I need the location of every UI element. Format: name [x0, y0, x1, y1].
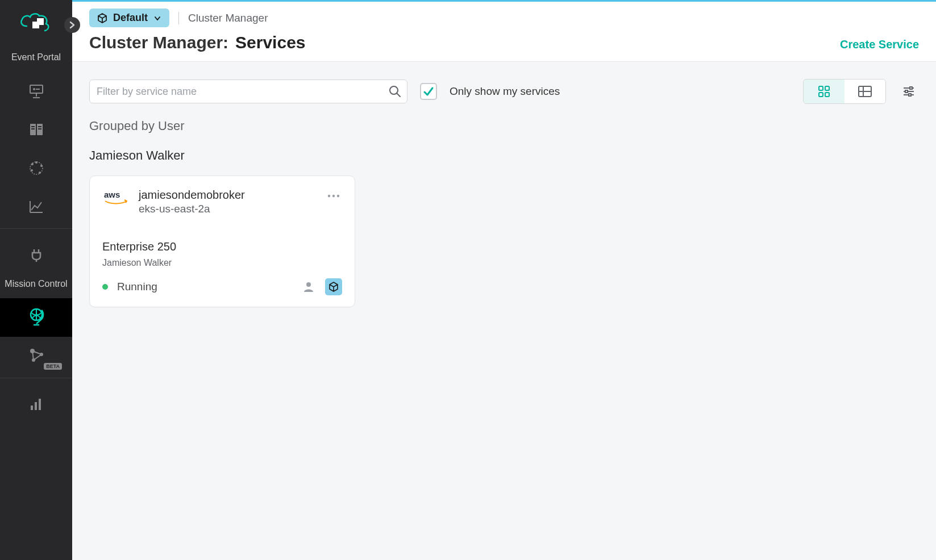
plug-icon — [27, 246, 45, 264]
globe-dots-icon — [27, 159, 45, 177]
toolbar: Only show my services — [89, 79, 919, 104]
svg-rect-7 — [38, 126, 41, 127]
search-button[interactable] — [387, 83, 403, 99]
sidebar-item-insights[interactable] — [0, 187, 72, 226]
svg-rect-8 — [31, 128, 35, 129]
line-chart-icon — [27, 198, 45, 216]
svg-point-34 — [332, 195, 335, 197]
service-cube-button[interactable] — [325, 278, 342, 295]
svg-point-35 — [337, 195, 339, 197]
search-wrapper — [89, 80, 407, 103]
breadcrumb[interactable]: Cluster Manager — [188, 12, 268, 24]
svg-rect-30 — [905, 90, 908, 93]
svg-rect-26 — [819, 93, 823, 97]
cube-icon — [328, 282, 339, 292]
sidebar-item-catalog[interactable] — [0, 110, 72, 149]
create-service-button[interactable]: Create Service — [840, 38, 919, 51]
header: Default Cluster Manager Cluster Manager:… — [72, 2, 936, 61]
beta-badge: BETA — [44, 363, 62, 370]
aws-logo: aws — [102, 187, 130, 206]
svg-point-15 — [31, 163, 34, 165]
bar-chart-icon — [27, 395, 45, 413]
sidebar-section-mission-control: Mission Control — [0, 279, 72, 289]
service-owner: Jamieson Walker — [102, 258, 342, 268]
user-icon — [302, 281, 315, 293]
svg-point-12 — [40, 165, 43, 167]
check-icon — [423, 86, 434, 97]
svg-point-33 — [328, 195, 330, 197]
service-card-menu-button[interactable] — [325, 187, 342, 202]
content-area: Only show my services — [72, 61, 936, 324]
only-my-services-checkbox[interactable] — [420, 83, 437, 100]
workspace-selector[interactable]: Default — [89, 9, 169, 27]
sidebar-section-event-portal: Event Portal — [0, 52, 72, 62]
svg-rect-25 — [825, 86, 829, 90]
svg-point-14 — [31, 169, 33, 172]
svg-rect-27 — [825, 93, 829, 97]
svg-rect-9 — [38, 128, 41, 129]
svg-text:aws: aws — [104, 190, 120, 199]
filter-settings-button[interactable] — [898, 81, 919, 102]
grid-icon — [818, 85, 830, 98]
svg-point-11 — [35, 161, 38, 164]
presentation-icon — [27, 82, 45, 100]
main-content: Default Cluster Manager Cluster Manager:… — [72, 0, 936, 560]
grouping-label: Grouped by User — [89, 119, 919, 133]
page-title-main: Services — [235, 33, 305, 52]
grid-view-button[interactable] — [804, 80, 845, 103]
service-card[interactable]: aws jamiesondemobroker eks-us-east-2a — [89, 175, 355, 307]
sidebar-divider-2 — [0, 378, 72, 378]
service-region: eks-us-east-2a — [139, 202, 316, 216]
page-title-prefix: Cluster Manager: — [89, 33, 228, 52]
svg-point-3 — [33, 88, 35, 90]
globe-stand-icon — [27, 307, 46, 328]
chevron-right-icon — [68, 21, 76, 29]
sidebar-item-integrations[interactable] — [0, 236, 72, 274]
user-group-header: Jamieson Walker — [89, 148, 919, 163]
service-users-button[interactable] — [300, 278, 317, 295]
sidebar-item-cluster-manager[interactable] — [0, 298, 72, 337]
search-input[interactable] — [89, 80, 407, 103]
view-toggle — [803, 79, 886, 104]
only-my-services-label: Only show my services — [450, 85, 791, 98]
svg-point-36 — [306, 282, 311, 287]
books-icon — [27, 120, 45, 139]
sidebar-expand-toggle[interactable] — [64, 17, 80, 33]
svg-rect-1 — [37, 18, 44, 25]
app-logo — [16, 10, 56, 39]
status-text: Running — [117, 281, 157, 293]
cube-icon — [97, 13, 107, 23]
svg-rect-31 — [909, 94, 911, 96]
svg-point-13 — [39, 172, 41, 174]
sidebar-item-designer[interactable] — [0, 72, 72, 110]
more-horizontal-icon — [327, 194, 340, 198]
svg-rect-24 — [819, 86, 823, 90]
service-plan: Enterprise 250 — [102, 240, 342, 253]
chevron-down-icon — [153, 14, 161, 22]
service-name: jamiesondemobroker — [139, 187, 316, 202]
svg-rect-20 — [31, 406, 33, 410]
list-view-button[interactable] — [845, 80, 885, 103]
sidebar: Event Portal — [0, 0, 72, 560]
status-indicator-icon — [102, 284, 108, 290]
svg-rect-6 — [31, 126, 35, 127]
sidebar-divider — [0, 228, 72, 229]
page-title: Cluster Manager: Services — [89, 33, 306, 52]
network-icon — [27, 346, 46, 366]
sidebar-item-discovery[interactable] — [0, 149, 72, 187]
sliders-icon — [902, 85, 916, 98]
sidebar-item-analytics[interactable] — [0, 385, 72, 424]
svg-rect-29 — [910, 87, 912, 89]
service-status: Running — [102, 281, 157, 293]
sidebar-item-mesh-manager[interactable]: BETA — [0, 337, 72, 375]
list-icon — [858, 85, 872, 98]
breadcrumb-separator — [178, 12, 179, 24]
svg-rect-22 — [39, 399, 41, 410]
search-icon — [388, 85, 402, 98]
workspace-name: Default — [113, 12, 148, 24]
svg-rect-21 — [35, 402, 37, 410]
